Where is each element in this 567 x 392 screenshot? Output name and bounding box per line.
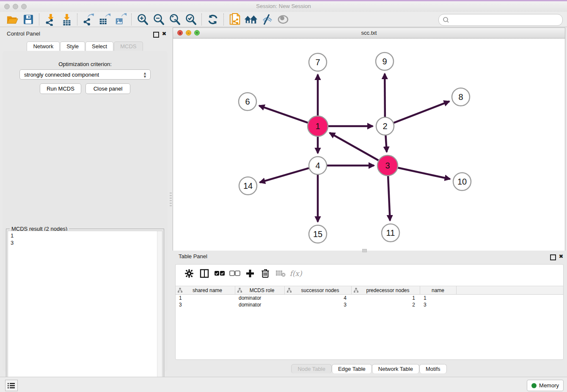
export-image-icon[interactable] (113, 13, 129, 26)
show-eye-icon[interactable] (275, 13, 291, 26)
node-2[interactable]: 2 (376, 117, 394, 135)
application-window: Session: New Session (0, 0, 567, 392)
svg-text:15: 15 (313, 229, 322, 239)
node-1[interactable]: 1 (308, 116, 328, 136)
column-header-shared-name[interactable]: shared name (176, 286, 235, 294)
node-7[interactable]: 7 (309, 53, 327, 71)
column-tree-icon (287, 288, 292, 293)
node-table: shared nameMCDS rolesuccessor nodesprede… (176, 286, 563, 308)
node-15[interactable]: 15 (309, 225, 327, 243)
close-panel-icon[interactable]: ✖ (161, 30, 168, 37)
node-11[interactable]: 11 (382, 224, 399, 242)
import-table-icon[interactable] (58, 13, 74, 26)
add-column-plus-icon[interactable] (242, 267, 258, 280)
mcds-panel-body: Optimization criterion: strongly connect… (3, 51, 168, 372)
run-mcds-button[interactable]: Run MCDS (40, 83, 81, 94)
status-bar: Memory (0, 377, 567, 392)
node-9[interactable]: 9 (376, 52, 394, 70)
mcds-result-item[interactable]: 1 (11, 232, 162, 239)
export-table-icon[interactable] (96, 13, 113, 26)
select-all-checkboxes-icon[interactable] (212, 267, 227, 280)
float-panel-icon[interactable] (153, 32, 159, 38)
table-cell: 2 (352, 301, 420, 308)
window-title: Session: New Session (0, 3, 567, 9)
tab-style[interactable]: Style (60, 41, 85, 51)
deselect-all-checkboxes-icon[interactable] (227, 267, 242, 280)
edge-3-1[interactable] (330, 133, 378, 160)
control-panel-title: Control Panel (1, 29, 169, 39)
column-tree-icon (237, 288, 242, 293)
task-history-list-button[interactable] (5, 380, 18, 391)
control-panel-tabs: NetworkStyleSelectMCDS (1, 41, 169, 51)
edge-1-6[interactable] (259, 106, 308, 123)
import-network-icon[interactable] (42, 13, 58, 26)
column-header-successor-nodes[interactable]: successor nodes (285, 286, 352, 294)
svg-text:14: 14 (243, 181, 253, 190)
table-settings-gear-icon[interactable] (182, 267, 197, 280)
zoom-fit-icon[interactable] (167, 13, 183, 26)
save-session-icon[interactable] (20, 13, 36, 26)
table-toolbar: f(x) (176, 265, 563, 282)
vertical-splitter-handle[interactable] (170, 193, 172, 207)
show-columns-icon[interactable] (197, 267, 212, 280)
edge-3-11[interactable] (388, 176, 390, 221)
tab-mcds[interactable]: MCDS (114, 41, 143, 51)
svg-text:6: 6 (245, 97, 250, 106)
tab-motifs[interactable]: Motifs (419, 364, 447, 373)
hide-labels-eye-icon[interactable] (259, 13, 275, 26)
network-from-file-icon[interactable] (227, 13, 243, 26)
node-3[interactable]: 3 (377, 155, 398, 176)
node-10[interactable]: 10 (453, 173, 471, 190)
search-field[interactable] (438, 14, 563, 26)
table-header-row: shared nameMCDS rolesuccessor nodesprede… (176, 286, 563, 295)
search-input[interactable] (451, 15, 562, 25)
delete-column-trash-icon[interactable] (258, 267, 273, 280)
close-table-panel-icon[interactable]: ✖ (558, 253, 564, 260)
zoom-selected-icon[interactable] (183, 13, 199, 26)
edge-2-9[interactable] (385, 74, 385, 117)
optimization-criterion-select[interactable]: strongly connected component ▲▼ (19, 69, 151, 80)
table-row[interactable]: 1dominator411 (176, 295, 563, 301)
node-6[interactable]: 6 (239, 93, 256, 110)
zoom-out-icon[interactable] (151, 13, 167, 26)
open-folder-icon[interactable] (4, 13, 20, 26)
tab-select[interactable]: Select (85, 41, 113, 51)
svg-text:8: 8 (458, 92, 463, 102)
svg-text:1: 1 (315, 121, 320, 131)
toolbar-separator (131, 14, 132, 25)
table-cell: 1 (176, 295, 235, 301)
edge-3-10[interactable] (398, 168, 450, 179)
network-canvas[interactable]: 7968124314101511 (173, 39, 565, 251)
close-panel-button[interactable]: Close panel (85, 83, 130, 94)
table-panel: Table Panel ✖ (173, 251, 565, 375)
memory-status-dot (531, 383, 537, 388)
memory-button[interactable]: Memory (527, 380, 564, 391)
mcds-result-item[interactable]: 3 (11, 239, 162, 246)
table-cell: 1 (352, 295, 420, 301)
float-table-panel-icon[interactable] (550, 254, 556, 260)
tab-network[interactable]: Network (27, 41, 60, 51)
tab-edge-table[interactable]: Edge Table (332, 364, 372, 373)
optimization-criterion-label: Optimization criterion: (3, 61, 168, 67)
result-scrollbar[interactable] (157, 231, 162, 385)
edge-4-14[interactable] (260, 168, 309, 182)
edge-2-8[interactable] (394, 101, 449, 123)
tab-node-table[interactable]: Node Table (291, 364, 332, 373)
column-header-name[interactable]: name (420, 286, 457, 294)
zoom-in-icon[interactable] (135, 13, 151, 26)
table-row[interactable]: 3dominator323 (176, 301, 563, 308)
column-header-MCDS-role[interactable]: MCDS role (235, 286, 285, 294)
export-network-icon[interactable] (80, 13, 96, 26)
node-4[interactable]: 4 (309, 157, 327, 174)
mcds-result-list[interactable]: 13 (8, 231, 162, 385)
titlebar: Session: New Session (0, 1, 567, 12)
edge-2-3[interactable] (385, 135, 387, 152)
node-14[interactable]: 14 (239, 177, 257, 195)
optimization-criterion-value: strongly connected component (24, 72, 99, 78)
node-8[interactable]: 8 (452, 88, 470, 106)
network-window-titlebar: x − + scc.txt (173, 28, 565, 39)
tab-network-table[interactable]: Network Table (372, 364, 419, 373)
refresh-icon[interactable] (205, 13, 221, 26)
column-header-predecessor-nodes[interactable]: predecessor nodes (352, 286, 420, 294)
home-layout-icon[interactable] (243, 13, 259, 26)
